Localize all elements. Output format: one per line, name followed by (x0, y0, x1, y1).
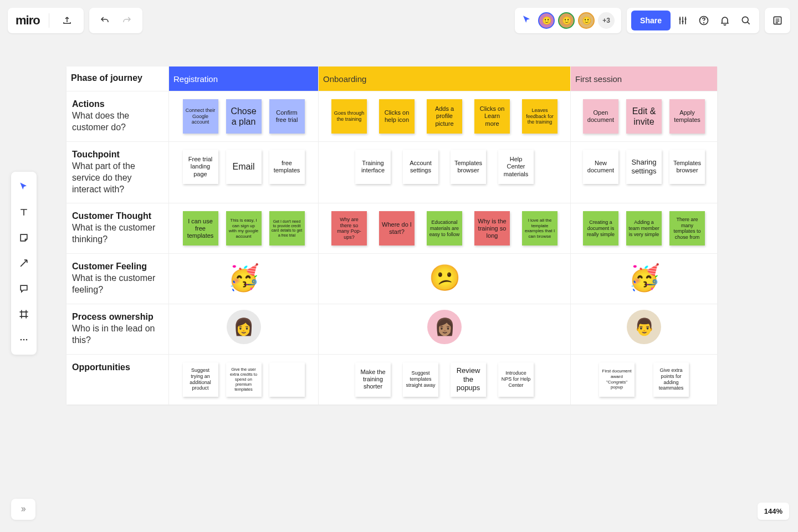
sticky-note[interactable]: Why are there so many Pop-ups? (331, 211, 367, 245)
collab-overflow-count[interactable]: +3 (598, 12, 615, 29)
sticky-note[interactable]: Account settings (403, 150, 438, 184)
export-icon[interactable] (58, 12, 76, 29)
sticky-note[interactable]: Leaves feedback for the training (522, 99, 557, 134)
sticky-note[interactable]: Open document (583, 99, 618, 134)
row-touchpoint-label: Touchpoint What part of the service do t… (66, 142, 169, 203)
sticky-note[interactable]: Help Center materials (498, 150, 534, 184)
search-icon[interactable] (737, 12, 755, 29)
svg-point-1 (704, 23, 704, 23)
collab-avatar-1[interactable]: 🙂 (538, 12, 555, 29)
sticky-note[interactable]: Suggest templates straight away (403, 362, 438, 397)
settings-icon[interactable] (674, 12, 692, 29)
feeling-emoji[interactable]: 😕 (319, 254, 570, 301)
text-tool[interactable] (14, 203, 33, 222)
owner-avatar[interactable]: 👩 (227, 310, 261, 344)
sticky-note[interactable]: Educational materials are easy to follow (427, 211, 462, 245)
sticky-note[interactable]: Introduce NPS for Help Center (498, 362, 534, 397)
logo-group: miro (8, 8, 84, 33)
sticky-note[interactable]: Give extra points for adding teammates (653, 362, 689, 397)
sticky-note[interactable]: Goes through the training (331, 99, 367, 134)
sticky-note[interactable]: Where do I start? (379, 211, 415, 245)
sticky-note[interactable]: Review the popups (451, 362, 486, 397)
row-thought-label: Customer Thought What is the customer th… (66, 203, 169, 253)
sticky-note[interactable]: First document award "Congrats" popup (599, 362, 635, 397)
sticky-note[interactable]: I love all the template examples that I … (522, 211, 557, 245)
sticky-note[interactable]: There are many templates to chose from (669, 211, 705, 245)
sticky-note[interactable]: Templates browser (451, 150, 486, 184)
app-logo[interactable]: miro (16, 13, 40, 28)
sticky-note[interactable]: Free trial landing page (183, 150, 218, 184)
divider (49, 13, 49, 28)
row-opportunities-label: Opportunities (66, 355, 169, 405)
collaborator-group: 🙂 🙂 🙂 +3 (515, 8, 621, 33)
cursor-icon[interactable] (521, 14, 531, 27)
svg-point-4 (21, 339, 22, 341)
undo-redo-group (89, 8, 142, 33)
more-tools[interactable] (14, 330, 33, 349)
bell-icon[interactable] (716, 12, 734, 29)
svg-point-6 (26, 339, 28, 341)
undo-icon[interactable] (96, 12, 114, 29)
sticky-note[interactable]: Why is the training so long (474, 211, 510, 245)
sticky-note[interactable]: Get I don't need to provide credit card … (269, 211, 305, 245)
expand-button[interactable] (11, 499, 35, 520)
sticky-note[interactable]: Edit & invite (626, 99, 662, 134)
phase-first-session: First session (571, 66, 717, 91)
phase-onboarding: Onboarding (319, 66, 571, 91)
sticky-note[interactable]: Training interface (355, 150, 391, 184)
redo-icon[interactable] (118, 12, 136, 29)
help-icon[interactable] (695, 12, 713, 29)
share-tools-group: Share (627, 8, 759, 33)
arrow-tool[interactable] (14, 254, 33, 273)
select-tool[interactable] (14, 177, 33, 196)
notes-panel-button[interactable] (765, 8, 790, 33)
sticky-note[interactable]: Templates browser (669, 150, 705, 184)
phase-registration: Registration (169, 66, 319, 91)
sticky-note[interactable]: Creating a document is really simple (583, 211, 618, 245)
sticky-note[interactable]: Clicks on help icon (379, 99, 415, 134)
sticky-note[interactable]: Chose a plan (226, 99, 262, 134)
sticky-note[interactable]: I can use free templates (183, 211, 218, 245)
sticky-note[interactable]: Give the user extra credits to spend on … (226, 362, 262, 397)
row-process-label: Process ownership Who is in the lead on … (66, 304, 169, 354)
sticky-note[interactable]: Suggest trying an additional product (183, 362, 218, 397)
sticky-note[interactable]: This is easy, I can sign up with my goog… (226, 211, 262, 245)
left-toolbar (11, 172, 37, 355)
sticky-note[interactable]: Confirm free trial (269, 99, 305, 134)
collab-avatar-3[interactable]: 🙂 (578, 12, 595, 29)
sticky-note[interactable] (269, 362, 305, 397)
share-button[interactable]: Share (631, 11, 671, 30)
sticky-note[interactable]: Connect their Google account (183, 99, 218, 134)
frame-tool[interactable] (14, 305, 33, 324)
svg-point-5 (23, 339, 25, 341)
journey-board[interactable]: Phase of journey Registration Onboarding… (66, 66, 717, 405)
sticky-note[interactable]: free templates (269, 150, 305, 184)
sticky-tool[interactable] (14, 228, 33, 247)
sticky-note[interactable]: Sharing settings (626, 150, 662, 184)
phase-label-header: Phase of journey (66, 66, 169, 91)
sticky-note[interactable]: New document (583, 150, 618, 184)
owner-avatar[interactable]: 👨 (627, 310, 661, 344)
sticky-note[interactable]: Make the training shorter (355, 362, 391, 397)
sticky-note[interactable]: Email (226, 150, 262, 184)
sticky-note[interactable]: Clicks on Learn more (474, 99, 510, 134)
collab-avatar-2[interactable]: 🙂 (558, 12, 575, 29)
zoom-level[interactable]: 144% (758, 503, 789, 520)
feeling-emoji[interactable]: 🥳 (169, 254, 318, 301)
comment-tool[interactable] (14, 279, 33, 298)
row-actions-label: Actions What does the customer do? (66, 91, 169, 141)
owner-avatar[interactable]: 👩🏽 (427, 310, 462, 344)
sticky-note[interactable]: Adding a team member is very simple (626, 211, 662, 245)
sticky-note[interactable]: Apply templates (669, 99, 705, 134)
row-feeling-label: Customer Feeling What is the customer fe… (66, 254, 169, 304)
sticky-note[interactable]: Adds a profile picture (427, 99, 462, 134)
feeling-emoji[interactable]: 🥳 (571, 254, 717, 301)
